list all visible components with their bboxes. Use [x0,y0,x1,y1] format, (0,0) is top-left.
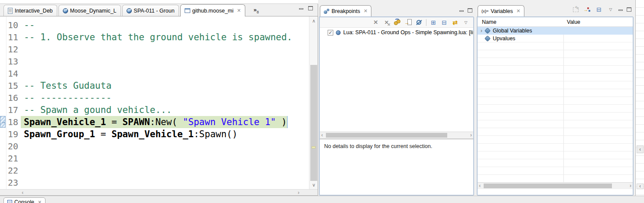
code-line[interactable]: -- 1. Observe that the ground vehicle is… [21,31,309,43]
editor-tab-interactive-deb[interactable]: Interactive_Deb [3,5,57,16]
collapse-all-icon[interactable]: ⊟ [595,6,603,13]
line-number[interactable]: 11 [7,31,21,43]
line-number[interactable]: 15 [7,80,21,92]
line-number[interactable]: 12 [7,43,21,55]
breakpoints-horizontal-scrollbar[interactable]: ‹ › [320,132,473,139]
code-line[interactable]: -- ------------- [21,92,309,104]
code-line[interactable] [21,140,309,152]
scroll-right-icon[interactable]: › [470,132,472,138]
code-line[interactable]: Spawn_Vehicle_1 = SPAWN:New( "Spawn Vehi… [21,116,309,128]
scroll-left-icon[interactable]: ‹ [637,184,644,189]
line-number[interactable]: 19 [7,128,21,140]
code-line[interactable] [21,152,309,164]
variables-row-upvalues[interactable]: Upvalues [478,35,633,42]
line-number[interactable]: 16 [7,92,21,104]
code-line[interactable] [21,177,309,189]
tab-overflow-chevron[interactable]: »8 [254,6,259,14]
line-number[interactable]: 18 [7,116,21,128]
close-icon[interactable]: ✕ [516,8,520,14]
horizontal-scroll-thumb[interactable] [326,133,447,138]
variables-tab-label: Variables [491,8,513,14]
maximize-icon[interactable] [308,6,313,10]
line-number[interactable]: 17 [7,104,21,116]
column-divider[interactable] [563,27,564,182]
code-line[interactable]: -- Tests Gudauta [21,80,309,92]
code-line[interactable] [21,68,309,80]
view-menu-icon[interactable]: ▽ [607,6,615,13]
column-header-value[interactable]: Value [563,19,580,25]
code-token: Spawn_Group_1 [24,129,95,139]
arrow-right-icon: → [404,19,410,26]
line-number[interactable]: 21 [7,152,21,164]
code-editor[interactable]: 1011121314151617181920212223 ---- 1. Obs… [0,16,318,189]
code-line[interactable]: -- [21,19,309,31]
code-line[interactable] [21,164,309,177]
breakpoints-list[interactable]: ✓ Lua: SPA-011 - Ground Ops - Simple Spa… [320,28,473,132]
collapse-all-icon[interactable]: ⊟ [440,19,448,26]
line-number[interactable]: 23 [7,177,21,189]
code-line[interactable] [21,43,309,55]
close-icon[interactable]: ✕ [38,200,42,203]
breakpoint-checkbox[interactable]: ✓ [328,30,333,35]
view-menu-icon[interactable]: ▽ [462,19,470,26]
code-line[interactable]: Spawn_Group_1 = Spawn_Vehicle_1:Spawn() [21,128,309,140]
tab-console[interactable]: Console ✕ [3,197,46,203]
scroll-left-icon[interactable]: ‹ [22,190,23,196]
maximize-icon[interactable] [468,8,472,13]
variables-icon: (x)= [481,9,488,13]
minimize-icon[interactable] [459,10,464,12]
line-number[interactable]: 20 [7,140,21,152]
go-to-file-for-breakpoint-icon[interactable]: → [404,19,412,26]
breakpoints-tabrow: Breakpoints ✕ [319,5,474,16]
minimize-icon[interactable] [618,10,623,11]
scroll-right-icon[interactable]: › [298,190,299,196]
scroll-left-icon[interactable]: ‹ [321,132,323,138]
remove-all-breakpoints-icon[interactable]: ✕✕ [383,19,390,26]
scroll-down-icon[interactable]: ∨ [309,181,318,188]
scroll-left-icon[interactable]: ‹ [479,183,481,189]
close-icon[interactable]: ✕ [237,8,241,13]
show-logical-structure-icon[interactable]: → [582,6,591,13]
breakpoints-icon [324,9,329,14]
column-header-name[interactable]: Name [478,19,563,25]
editor-vertical-scrollbar[interactable]: ∧ ∨ [309,16,318,189]
variables-row-global-variables[interactable]: ›Global Variables [478,27,633,35]
skip-all-breakpoints-icon[interactable] [415,19,423,26]
close-icon[interactable]: ✕ [364,8,368,14]
variables-horizontal-scrollbar[interactable]: ‹ › [478,182,633,189]
arrow-arc [394,19,400,23]
minimize-icon[interactable] [299,8,303,10]
scroll-right-icon[interactable]: › [630,183,631,189]
line-number[interactable]: 10 [7,19,21,31]
tab-breakpoints[interactable]: Breakpoints ✕ [320,5,371,16]
code-line[interactable]: -- Spawn a gound vehicle... [21,104,309,116]
remove-breakpoint-icon[interactable]: ✕ [372,19,380,26]
editor-tab-moose-dynamic-l[interactable]: Moose_Dynamic_L [59,5,121,16]
editor-tab-spa-011-groun[interactable]: SPA-011 - Groun [122,5,179,16]
editor-file-icon [185,8,190,13]
line-number-ruler[interactable]: 1011121314151617181920212223 [6,16,21,189]
line-number[interactable]: 22 [7,164,21,177]
tab-variables[interactable]: (x)= Variables ✕ [478,5,524,16]
expand-all-icon[interactable]: ⊞ [429,19,437,26]
code-token: -- 1. Observe that the ground vehicle is… [24,32,293,42]
annotation-ruler[interactable] [0,16,6,189]
editor-tab-github-moose-mi[interactable]: github.moose_mi✕ [180,4,245,16]
breakpoint-row[interactable]: ✓ Lua: SPA-011 - Ground Ops - Simple Spa… [320,29,473,36]
code-area[interactable]: ---- 1. Observe that the ground vehicle … [21,16,309,189]
console-icon [7,200,12,203]
horizontal-scroll-thumb[interactable] [484,184,612,188]
instruction-pointer-marker[interactable] [0,116,6,128]
line-number[interactable]: 14 [7,68,21,80]
vertical-scroll-thumb[interactable] [310,65,317,181]
editor-horizontal-scrollbar[interactable]: ‹ › [0,189,318,195]
code-token: -- Tests Gudauta [24,81,111,91]
line-number[interactable]: 13 [7,55,21,68]
link-with-debug-view-icon[interactable]: ⇄ [451,19,459,26]
scroll-up-icon[interactable]: ∧ [309,17,318,24]
show-breakpoints-supported-icon[interactable] [394,19,401,26]
variables-tree[interactable]: ›Global VariablesUpvalues [478,27,633,182]
code-line[interactable] [21,55,309,68]
scroll-left-icon[interactable]: ‹ [637,145,644,153]
maximize-icon[interactable] [627,7,631,12]
